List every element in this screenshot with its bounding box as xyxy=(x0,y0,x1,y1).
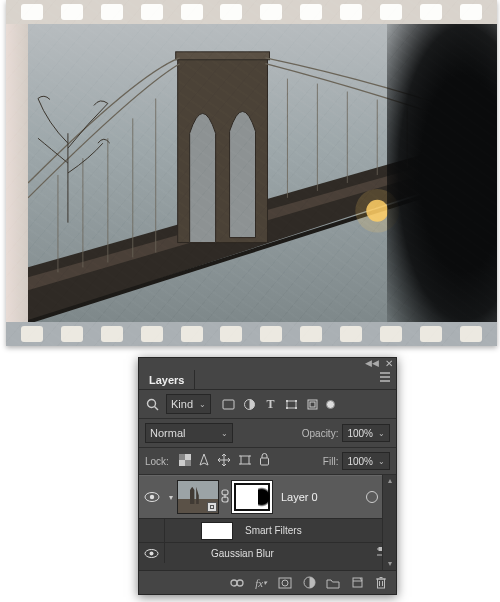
svg-rect-31 xyxy=(310,402,315,407)
svg-rect-42 xyxy=(260,458,268,465)
layers-panel: ◀◀ ✕ Layers Kind ⌄ T Normal ⌄ xyxy=(138,357,397,595)
svg-rect-30 xyxy=(308,400,317,409)
lock-label: Lock: xyxy=(145,456,169,467)
fill-label: Fill: xyxy=(323,456,339,467)
layer-name[interactable]: Layer 0 xyxy=(281,491,318,503)
filter-kind-label: Kind xyxy=(171,398,193,410)
svg-rect-25 xyxy=(287,401,296,408)
layer-list: ▾ Layer 0 ⌃ Smart Filters xyxy=(139,475,396,570)
panel-top-strip: ◀◀ ✕ xyxy=(139,358,396,368)
svg-rect-55 xyxy=(237,580,243,586)
add-mask-icon[interactable] xyxy=(278,576,292,590)
svg-point-57 xyxy=(282,580,288,586)
filter-shape-icon[interactable] xyxy=(284,397,299,412)
svg-rect-33 xyxy=(179,454,185,460)
delete-layer-icon[interactable] xyxy=(374,576,388,590)
panel-menu-icon[interactable] xyxy=(378,371,392,383)
fill-value: 100% xyxy=(347,456,373,467)
tab-layers[interactable]: Layers xyxy=(139,370,195,389)
layer-thumbnail[interactable] xyxy=(177,480,219,514)
new-group-icon[interactable] xyxy=(326,576,340,590)
panel-tabs: Layers xyxy=(139,368,396,390)
svg-rect-54 xyxy=(231,580,237,586)
svg-rect-28 xyxy=(286,407,288,409)
collapse-icon[interactable]: ◀◀ xyxy=(365,358,379,368)
lock-artboard-icon[interactable] xyxy=(238,454,252,469)
svg-point-21 xyxy=(148,399,156,407)
layer-mask-thumbnail[interactable] xyxy=(231,480,273,514)
svg-rect-34 xyxy=(185,460,191,466)
scroll-down-icon[interactable]: ▾ xyxy=(383,558,396,570)
canvas-preview xyxy=(6,0,497,346)
opacity-label: Opacity: xyxy=(302,428,339,439)
blend-mode-value: Normal xyxy=(150,427,185,439)
lock-all-icon[interactable] xyxy=(259,453,270,469)
smart-filters-mask-thumbnail[interactable] xyxy=(201,522,233,540)
chevron-down-icon: ⌄ xyxy=(378,429,385,438)
blend-row: Normal ⌄ Opacity: 100% ⌄ xyxy=(139,419,396,448)
smart-filters-header: Smart Filters xyxy=(139,519,396,543)
smart-filter-item[interactable]: Gaussian Blur xyxy=(139,543,396,563)
opacity-value: 100% xyxy=(347,428,373,439)
smart-filters-label: Smart Filters xyxy=(245,525,302,536)
svg-rect-37 xyxy=(241,456,249,464)
visibility-toggle-icon[interactable] xyxy=(144,491,160,503)
expand-toggle-icon[interactable]: ▾ xyxy=(165,493,177,502)
filter-kind-select[interactable]: Kind ⌄ xyxy=(166,394,211,414)
blend-mode-select[interactable]: Normal ⌄ xyxy=(145,423,233,443)
chevron-down-icon: ⌄ xyxy=(221,429,228,438)
smart-object-badge-icon xyxy=(207,502,217,512)
filter-smart-icon[interactable] xyxy=(305,397,320,412)
svg-rect-26 xyxy=(286,400,288,402)
filter-type-icon[interactable]: T xyxy=(263,397,278,412)
chevron-down-icon: ⌄ xyxy=(378,457,385,466)
lock-row: Lock: Fill: 100% ⌄ xyxy=(139,448,396,475)
new-layer-icon[interactable] xyxy=(350,576,364,590)
scroll-up-icon[interactable]: ▴ xyxy=(383,475,396,487)
layer-list-scrollbar[interactable]: ▴ ▾ xyxy=(382,475,396,570)
new-adjustment-layer-icon[interactable] xyxy=(302,576,316,590)
layer-style-icon[interactable]: fx▾ xyxy=(254,576,268,590)
filter-toggle-switch[interactable] xyxy=(326,400,335,409)
opacity-input[interactable]: 100% ⌄ xyxy=(342,424,390,442)
svg-point-49 xyxy=(150,551,154,555)
mask-link-icon[interactable] xyxy=(219,489,231,505)
filter-pixel-icon[interactable] xyxy=(221,397,236,412)
svg-point-44 xyxy=(150,495,154,499)
lock-transparent-icon[interactable] xyxy=(179,454,191,469)
visibility-toggle-icon[interactable] xyxy=(144,548,159,559)
svg-rect-29 xyxy=(295,407,297,409)
link-layers-icon[interactable] xyxy=(230,576,244,590)
layer-filter-row: Kind ⌄ T xyxy=(139,390,396,419)
photo-scratches xyxy=(6,0,497,346)
fill-input[interactable]: 100% ⌄ xyxy=(342,452,390,470)
svg-rect-60 xyxy=(378,579,385,588)
lock-position-icon[interactable] xyxy=(217,453,231,470)
layer-item[interactable]: ▾ Layer 0 ⌃ xyxy=(139,475,396,519)
search-icon[interactable] xyxy=(145,397,160,412)
svg-line-22 xyxy=(155,406,159,410)
panel-footer: fx▾ xyxy=(139,570,396,594)
smart-filter-name: Gaussian Blur xyxy=(211,548,274,559)
svg-rect-27 xyxy=(295,400,297,402)
filter-effects-indicator-icon[interactable] xyxy=(366,491,378,503)
close-icon[interactable]: ✕ xyxy=(385,358,393,369)
lock-image-icon[interactable] xyxy=(198,453,210,470)
filter-adjustment-icon[interactable] xyxy=(242,397,257,412)
visibility-spacer xyxy=(139,519,165,542)
chevron-down-icon: ⌄ xyxy=(199,400,206,409)
svg-rect-23 xyxy=(223,400,234,409)
